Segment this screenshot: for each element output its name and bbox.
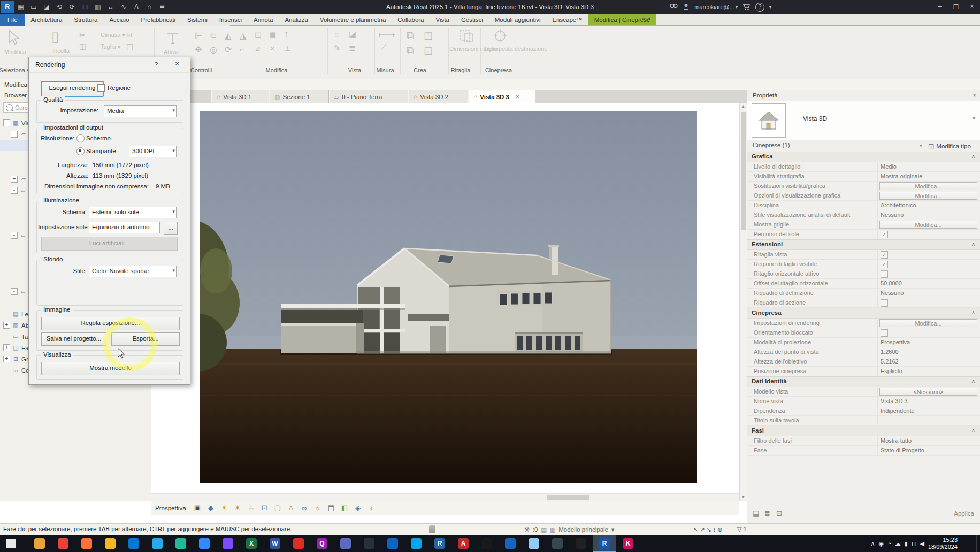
account-icon[interactable] [683,3,690,11]
split-icon[interactable]: ◫ [255,31,261,39]
render-dialog-icon[interactable]: ☕ [246,503,256,513]
property-edit-button[interactable]: Modifica... [879,192,977,200]
selection-toggle-icon-2[interactable]: ↘ [706,526,711,533]
selection-toggle-icon-1[interactable]: ↗ [700,526,705,533]
taskbar-app-icon-24[interactable]: R [593,535,616,552]
taskbar-app-icon-4[interactable] [122,535,146,552]
property-checkbox[interactable] [881,270,888,278]
scroll-down-icon[interactable]: ▼ [741,495,745,499]
ribbon-tab-architettura[interactable]: Architettura [25,14,68,26]
selection-toggle-icon-4[interactable]: ⊕ [717,526,722,533]
qat-icon-0[interactable]: ▦ [16,2,26,12]
taskbar-app-icon-12[interactable]: Q [310,535,334,552]
taskbar-app-icon-7[interactable] [193,535,216,552]
paintbrush-icon[interactable]: ✎ [334,43,341,53]
taskbar-app-icon-18[interactable]: A [451,535,475,552]
taskbar-app-icon-22[interactable] [546,535,569,552]
activate-label[interactable]: Attiva [164,49,179,55]
section-header-grafica[interactable]: Grafica∧ [747,152,980,162]
close-button[interactable]: × [964,0,980,14]
ribbon-tab-sistemi[interactable]: Sistemi [181,14,213,26]
measure-icon[interactable] [378,29,396,42]
scheme-dropdown[interactable]: Esterni: solo sole▾ [89,207,177,218]
design-options-dropdown[interactable]: Modello principale [558,526,608,533]
match-type-icon[interactable]: ⊞ [126,31,133,39]
search-icon[interactable] [670,3,678,11]
property-edit-button[interactable]: Modifica... [879,182,977,190]
unpin-icon[interactable]: ⊥ [285,44,290,52]
displacement-sets-icon[interactable]: ◈ [353,503,363,513]
export-button[interactable]: Esporta... [111,332,180,346]
background-style-dropdown[interactable]: Cielo: Nuvole sparse▾ [89,266,177,277]
taskbar-app-icon-15[interactable] [381,535,404,552]
displaced-elements-icon[interactable]: ◧ [340,503,349,513]
taskbar-clock[interactable]: 15:23 18/09/2024 [928,536,958,550]
ribbon-tab-struttura[interactable]: Struttura [68,14,103,26]
modify-cursor-icon[interactable] [6,29,21,49]
tray-icon-0[interactable]: ∧ [870,540,875,547]
section-header-dati-identit[interactable]: Dati identità∧ [747,376,980,387]
qat-icon-7[interactable]: ↔ [106,2,116,12]
region-checkbox[interactable] [97,84,105,92]
ribbon-tab-file[interactable]: File [0,14,25,26]
property-checkbox[interactable] [881,299,888,307]
qat-icon-10[interactable]: ⌂ [144,2,154,12]
tree-expand-icon[interactable]: - [3,119,10,126]
taskbar-app-icon-1[interactable] [51,535,75,552]
create-group-icon[interactable]: ⧉ [407,29,414,42]
close-properties-icon[interactable]: × [973,92,976,99]
render-button[interactable]: Esegui rendering [41,81,104,97]
taskbar-app-icon-0[interactable] [28,535,51,552]
delete-icon[interactable]: ✕ [270,44,275,52]
selection-toggle-icon-3[interactable]: ↕ [713,526,716,533]
qat-icon-2[interactable]: ◪ [42,2,51,12]
taskbar-app-icon-5[interactable] [146,535,169,552]
tray-icon-4[interactable]: ▮ [905,540,908,547]
property-edit-button[interactable]: Modifica... [879,221,977,229]
scissors-icon[interactable]: ✂ [79,31,86,40]
activate-controls-icon[interactable] [165,29,181,48]
taskbar-app-icon-23[interactable] [569,535,593,552]
create-similar-icon[interactable]: ⧉ [407,44,414,57]
taskbar-app-icon-17[interactable]: R [428,535,451,552]
array-icon[interactable]: ▦ [270,31,276,39]
adjust-exposure-button[interactable]: Regola esposizione... [41,317,180,330]
rotate-icon[interactable]: ⟳ [225,44,232,55]
qat-icon-11[interactable]: ≣ [157,2,167,12]
taskbar-app-icon-19[interactable] [475,535,499,552]
selection-toggle-icon-0[interactable]: ↖ [693,526,698,533]
help-caret-icon[interactable]: ▾ [769,5,771,10]
qat-icon-6[interactable]: ▥ [93,2,103,12]
tree-expand-icon[interactable]: - [11,288,18,295]
locked-orientation-icon[interactable]: ⌂ [286,503,296,513]
view-tab-vista-3d-2[interactable]: ⌂Vista 3D 2 [408,90,468,103]
tree-expand-icon[interactable]: + [11,176,18,183]
taskbar-app-icon-14[interactable] [357,535,381,552]
type-dropdown-icon[interactable]: ▾ [973,115,975,121]
move-icon[interactable]: ✥ [195,44,202,55]
tree-expand-icon[interactable]: - [11,131,18,138]
tray-icon-6[interactable]: ◀ [920,540,924,547]
linework-icon[interactable]: ≣ [349,43,356,53]
taskbar-app-icon-21[interactable] [522,535,546,552]
hide-elements-icon[interactable]: ◪ [349,29,356,39]
save-to-project-button[interactable]: Salva nel progetto... [41,332,106,346]
show-model-button[interactable]: Mostra modello [41,362,180,375]
property-edit-button[interactable]: Modifica... [879,319,977,327]
scroll-up-icon[interactable]: ▲ [741,104,745,108]
design-options-icon[interactable]: ▤ [541,526,546,533]
vertical-scroll-thumb[interactable] [741,112,746,230]
create-parts-icon[interactable]: ◱ [424,44,433,56]
maximize-button[interactable]: ◻ [948,0,964,14]
view-scale-icon[interactable]: ▣ [193,503,202,513]
taskbar-app-icon-13[interactable] [334,535,357,552]
taskbar-app-icon-3[interactable] [98,535,122,552]
property-checkbox[interactable]: ✓ [881,231,888,238]
section-header-fasi[interactable]: Fasi∧ [747,426,980,436]
crop-view-icon[interactable]: ⊡ [259,503,269,513]
trim-icon[interactable]: ⌐ [240,44,244,54]
cut-label[interactable]: Taglia ▾ [101,43,120,50]
qat-icon-9[interactable]: A [132,2,141,12]
vertical-scrollbar[interactable]: ▲ ▼ [739,103,747,501]
horizontal-scroll-thumb[interactable] [547,495,589,500]
